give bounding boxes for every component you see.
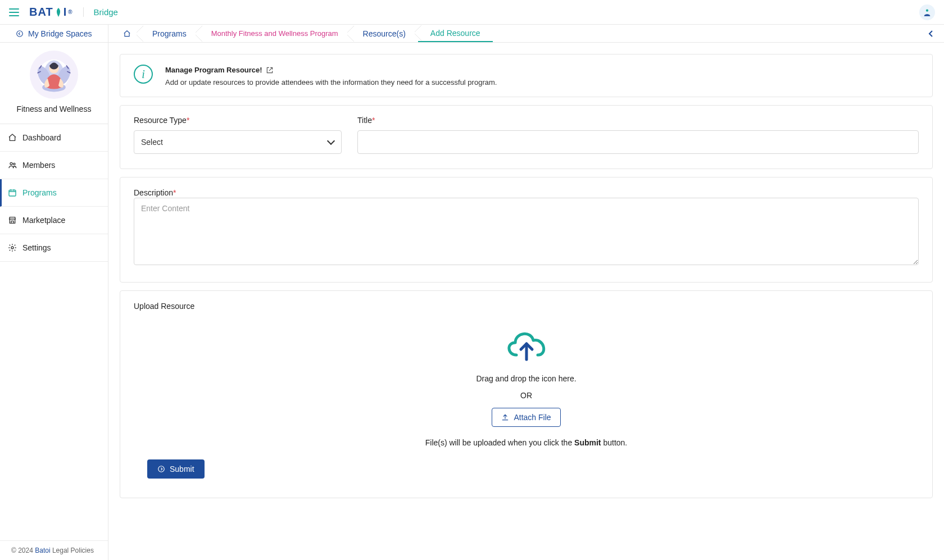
gear-icon: [8, 243, 17, 252]
sidebar-nav: Dashboard Members Programs Marketplace S…: [0, 124, 108, 262]
store-icon: [8, 216, 17, 225]
upload-dnd-text: Drag and drop the icon here.: [476, 374, 576, 383]
svg-point-7: [10, 162, 12, 165]
sidebar-item-label: Programs: [22, 188, 57, 197]
main-content: i Manage Program Resource! Add or update…: [108, 43, 944, 560]
upload-hint: File(s) will be uploaded when you click …: [425, 438, 628, 447]
breadcrumb-add-resource[interactable]: Add Resource: [418, 25, 493, 42]
hamburger-menu[interactable]: [9, 8, 19, 16]
resource-type-label: Resource Type*: [134, 116, 342, 125]
sidebar-item-label: Dashboard: [22, 133, 61, 142]
user-menu[interactable]: [919, 4, 935, 20]
info-icon: i: [134, 65, 153, 84]
description-textarea[interactable]: [134, 198, 919, 265]
cloud-upload-icon: [503, 327, 550, 364]
breadcrumb-program-name[interactable]: Monthly Fitness and Wellness Program: [199, 25, 351, 42]
meditation-icon: [31, 52, 76, 97]
breadcrumb-resources[interactable]: Resource(s): [351, 25, 418, 42]
app-name[interactable]: Bridge: [83, 7, 118, 17]
secondbar: My Bridge Spaces Programs Monthly Fitnes…: [0, 25, 944, 43]
svg-point-8: [13, 163, 15, 165]
sidebar-item-label: Marketplace: [22, 216, 65, 225]
svg-point-0: [926, 9, 928, 11]
svg-point-10: [11, 247, 13, 249]
brand-text-tail: I: [63, 6, 67, 19]
upload-icon: [501, 413, 509, 421]
sidebar-item-programs[interactable]: Programs: [0, 179, 108, 207]
sidebar-item-marketplace[interactable]: Marketplace: [0, 207, 108, 234]
sidebar-item-members[interactable]: Members: [0, 152, 108, 179]
description-label: Description*: [134, 188, 176, 197]
form-description-panel: Description*: [120, 177, 933, 283]
collapse-panel-icon[interactable]: [918, 30, 944, 37]
leaf-icon: [54, 7, 63, 17]
external-link-icon[interactable]: [266, 66, 274, 74]
space-title: Fitness and Wellness: [17, 104, 92, 113]
back-label: My Bridge Spaces: [28, 29, 92, 38]
sidebar-item-settings[interactable]: Settings: [0, 234, 108, 262]
brand-text-head: BAT: [29, 6, 53, 19]
info-title: Manage Program Resource!: [165, 66, 262, 74]
svg-rect-9: [9, 190, 16, 196]
title-input[interactable]: [357, 130, 919, 154]
brand-logo[interactable]: BAT I ®: [29, 6, 73, 19]
breadcrumbs: Programs Monthly Fitness and Wellness Pr…: [108, 25, 944, 42]
sidebar: Fitness and Wellness Dashboard Members P…: [0, 43, 108, 560]
attach-file-button[interactable]: Attach File: [492, 408, 560, 427]
home-icon: [123, 30, 131, 38]
home-icon: [8, 133, 17, 142]
info-panel: i Manage Program Resource! Add or update…: [120, 54, 933, 97]
footer-copyright: © 2024: [11, 547, 35, 554]
sidebar-item-label: Members: [22, 161, 55, 170]
breadcrumb-programs[interactable]: Programs: [140, 25, 199, 42]
space-header: Fitness and Wellness: [0, 43, 108, 124]
svg-point-1: [17, 30, 23, 37]
upload-panel: Upload Resource Drag and drop the icon h…: [120, 290, 933, 498]
members-icon: [8, 161, 17, 170]
calendar-icon: [8, 188, 17, 197]
title-label: Title*: [357, 116, 919, 125]
submit-button[interactable]: Submit: [147, 459, 205, 479]
sidebar-item-dashboard[interactable]: Dashboard: [0, 124, 108, 152]
topbar: BAT I ® Bridge: [0, 0, 944, 25]
resource-type-select[interactable]: Select: [134, 130, 342, 154]
back-arrow-icon: [16, 30, 24, 38]
brand-mark: ®: [68, 9, 72, 15]
user-icon: [923, 8, 932, 17]
footer-legal: Legal Policies: [51, 547, 94, 554]
footer: © 2024 Batoi Legal Policies: [0, 540, 108, 560]
footer-brand-link[interactable]: Batoi: [35, 547, 50, 554]
upload-dropzone[interactable]: Drag and drop the icon here. OR Attach F…: [134, 311, 919, 452]
sidebar-item-label: Settings: [22, 243, 51, 252]
upload-label: Upload Resource: [134, 302, 194, 311]
info-subtitle: Add or update resources to provide atten…: [165, 78, 497, 86]
upload-or-text: OR: [520, 391, 532, 400]
arrow-right-circle-icon: [157, 465, 165, 473]
back-to-spaces[interactable]: My Bridge Spaces: [0, 25, 108, 42]
space-avatar: [30, 51, 78, 99]
svg-point-11: [158, 466, 165, 472]
form-basic-panel: Resource Type* Select Title*: [120, 105, 933, 169]
